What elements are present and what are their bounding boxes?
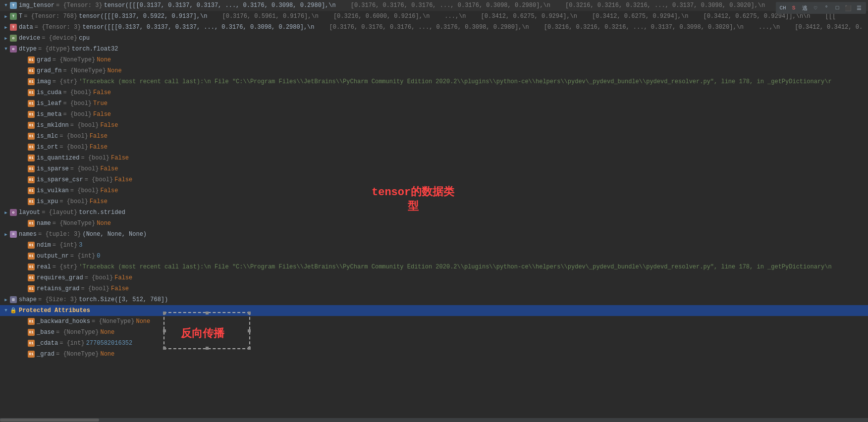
table-row[interactable]: 01 is_leaf = {bool} True xyxy=(0,98,868,109)
table-row[interactable]: 01 is_xpu = {bool} False xyxy=(0,196,868,207)
bool-icon: 01 xyxy=(28,274,35,281)
table-row[interactable]: 01 is_ort = {bool} False xyxy=(0,142,868,153)
var-name: grad xyxy=(37,56,51,63)
expand-arrow[interactable] xyxy=(2,296,10,304)
expand-arrow[interactable] xyxy=(2,45,10,53)
type-info: = {NoneType} xyxy=(53,56,95,63)
menu-button[interactable]: ☰ xyxy=(854,3,864,13)
expand-arrow xyxy=(20,100,28,107)
table-row[interactable]: 01 grad_fn = {NoneType} None xyxy=(0,65,868,76)
value-text: tensor([[[0.3137, 0.3137, 0.3137, ..., 0… xyxy=(82,24,314,31)
expand-arrow[interactable] xyxy=(2,307,10,315)
value-text: False xyxy=(114,176,132,183)
var-name: is_sparse_csr xyxy=(37,176,83,183)
var-name: requires_grad xyxy=(37,274,83,281)
bool-icon: 01 xyxy=(28,351,35,358)
type-info: = {Tensor: 768} xyxy=(24,13,77,20)
table-row[interactable]: T img_tensor = {Tensor: 3} tensor([[[0.3… xyxy=(0,0,868,11)
expand-arrow xyxy=(20,350,28,358)
expand-icon: ▤ xyxy=(10,296,17,303)
var-name: shape xyxy=(19,296,37,303)
section-label: Protected Attributes xyxy=(19,307,90,314)
table-row[interactable]: T data = {Tensor: 3} tensor([[[0.3137, 0… xyxy=(0,22,868,33)
value-col5: [0.3412, 0.3412, 0. xyxy=(795,24,863,31)
tuple-icon: ≡ xyxy=(10,231,17,238)
type-info: = {NoneType} xyxy=(56,329,99,336)
table-row[interactable]: o dtype = {dtype} torch.float32 xyxy=(0,44,868,54)
expand-arrow[interactable] xyxy=(2,230,10,238)
table-row[interactable]: 01 is_meta = {bool} False xyxy=(0,109,868,120)
value-col3: [0.3216, 0.3216, 0.3216, ..., 0.3137, 0.… xyxy=(544,24,744,31)
bool-icon: 01 xyxy=(28,285,35,292)
table-row[interactable]: 01 is_sparse = {bool} False xyxy=(0,163,868,174)
table-row[interactable]: 01 grad = {NoneType} None xyxy=(0,54,868,65)
table-row[interactable]: 01 is_mlc = {bool} False xyxy=(0,131,868,142)
degree-button[interactable]: ° xyxy=(821,3,831,13)
bool-icon: 01 xyxy=(28,318,35,325)
value-col2: [0.3176, 0.3176, 0.3176, ..., 0.3176, 0.… xyxy=(351,2,550,9)
bool-icon: 01 xyxy=(28,253,35,260)
expand-arrow[interactable] xyxy=(2,12,10,20)
expand-arrow xyxy=(20,285,28,293)
table-row[interactable]: 01 retains_grad = {bool} False xyxy=(0,283,868,294)
table-row[interactable]: 01 ndim = {int} 3 xyxy=(0,240,868,251)
expand-arrow xyxy=(20,176,28,184)
value-text: None xyxy=(100,351,114,358)
table-row[interactable]: 01 _base = {NoneType} None xyxy=(0,327,868,338)
value-text: False xyxy=(90,198,108,205)
table-row[interactable]: 01 _backward_hooks = {NoneType} None xyxy=(0,316,868,327)
expand-arrow xyxy=(20,110,28,118)
protected-attributes-header[interactable]: 🔒 Protected Attributes xyxy=(0,305,868,316)
var-name: _grad xyxy=(37,351,54,358)
var-name: is_mkldnn xyxy=(37,122,69,129)
table-row[interactable]: 01 is_cuda = {bool} False xyxy=(0,87,868,98)
heart-button[interactable]: ♡ xyxy=(811,3,820,13)
s-button[interactable]: S xyxy=(789,3,799,13)
var-name: _backward_hooks xyxy=(37,318,90,325)
value-col2: [0.3176, 0.3176, 0.3176, ..., 0.3176, 0.… xyxy=(329,24,529,31)
type-info: = {bool} xyxy=(85,176,113,183)
tree-container[interactable]: T img_tensor = {Tensor: 3} tensor([[[0.3… xyxy=(0,0,868,422)
bool-icon: 01 xyxy=(28,198,35,205)
table-row[interactable]: o layout = {layout} torch.strided xyxy=(0,207,868,218)
table-row[interactable]: 01 _grad = {NoneType} None xyxy=(0,349,868,360)
bool-icon: 01 xyxy=(28,155,35,161)
table-row[interactable]: ≡ names = {tuple: 3} (None, None, None) xyxy=(0,229,868,240)
table-row[interactable]: o device = {device} cpu xyxy=(0,33,868,44)
table-row[interactable]: 01 is_mkldnn = {bool} False xyxy=(0,120,868,131)
bool-icon: 01 xyxy=(28,340,35,347)
table-row[interactable]: 01 _cdata = {int} 2770582016352 xyxy=(0,338,868,349)
var-name: is_leaf xyxy=(37,100,61,107)
table-row[interactable]: 01 requires_grad = {bool} False xyxy=(0,272,868,283)
table-row[interactable]: 01 output_nr = {int} 0 xyxy=(0,251,868,262)
table-row[interactable]: 01 imag = {str} 'Traceback (most recent … xyxy=(0,76,868,87)
expand-arrow xyxy=(20,187,28,195)
var-name: device xyxy=(19,35,40,42)
block-button[interactable]: ⬛ xyxy=(843,3,853,13)
value-text: cpu xyxy=(79,35,90,42)
expand-arrow xyxy=(20,198,28,206)
type-info: = {NoneType} xyxy=(56,351,99,358)
scrollbar-thumb[interactable] xyxy=(0,419,99,422)
expand-arrow[interactable] xyxy=(2,1,10,9)
value-text: torch.float32 xyxy=(72,46,118,53)
type-info: = {dtype} xyxy=(38,46,70,53)
bool-icon: 01 xyxy=(28,144,35,151)
square-button[interactable]: □ xyxy=(832,3,842,13)
expand-arrow[interactable] xyxy=(2,209,10,216)
value-col2: [0.3176, 0.5961, 0.9176],\n xyxy=(222,13,318,20)
table-row[interactable]: ▤ shape = {Size: 3} torch.Size([3, 512, … xyxy=(0,294,868,305)
table-row[interactable]: 01 is_quantized = {bool} False xyxy=(0,153,868,163)
value-text: None xyxy=(108,67,122,74)
table-row[interactable]: T T = {Tensor: 768} tensor([[[0.3137, 0.… xyxy=(0,11,868,22)
value-col3: [0.3216, 0.3216, 0.3216, ..., 0.3137, 0.… xyxy=(565,2,765,9)
table-row[interactable]: 01 is_vulkan = {bool} False xyxy=(0,185,868,196)
table-row[interactable]: 01 name = {NoneType} None xyxy=(0,218,868,229)
expand-arrow[interactable] xyxy=(2,23,10,31)
horizontal-scrollbar[interactable] xyxy=(0,418,868,422)
table-row[interactable]: 01 real = {str} 'Traceback (most recent … xyxy=(0,262,868,272)
escape-button[interactable]: 逃 xyxy=(800,3,810,13)
ch-button[interactable]: CH xyxy=(778,3,788,13)
table-row[interactable]: 01 is_sparse_csr = {bool} False xyxy=(0,174,868,185)
expand-arrow[interactable] xyxy=(2,34,10,42)
